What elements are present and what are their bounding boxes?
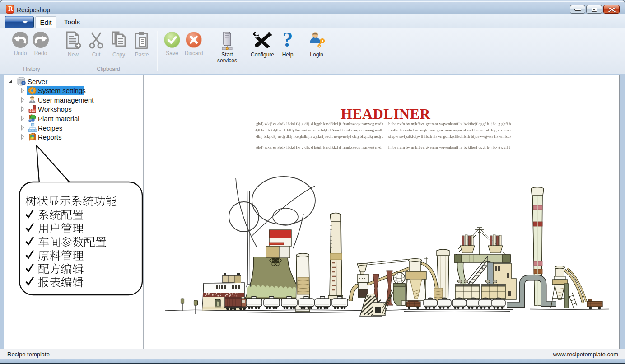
- svg-text:?: ?: [283, 31, 293, 50]
